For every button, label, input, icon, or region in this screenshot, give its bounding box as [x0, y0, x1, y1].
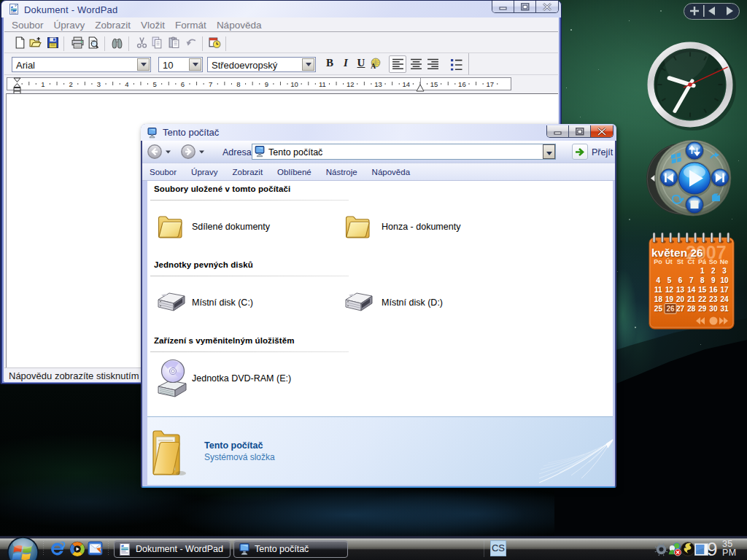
svg-text:27: 27 [676, 305, 685, 313]
svg-text:15: 15 [430, 80, 438, 88]
svg-text:11: 11 [319, 80, 326, 88]
svg-text:22: 22 [698, 295, 707, 303]
svg-text:So: So [709, 258, 718, 265]
svg-text:Pá: Pá [698, 258, 707, 265]
svg-text:6: 6 [181, 80, 185, 88]
svg-text:16: 16 [709, 286, 718, 294]
svg-text:15: 15 [698, 286, 707, 294]
svg-text:6: 6 [678, 276, 683, 284]
svg-text:Čt: Čt [688, 257, 695, 265]
svg-text:4: 4 [125, 80, 128, 88]
svg-text:9: 9 [711, 276, 716, 284]
svg-text:19: 19 [665, 295, 674, 303]
svg-text:10: 10 [290, 80, 298, 88]
svg-text:20: 20 [676, 295, 685, 303]
svg-text:9: 9 [265, 80, 268, 88]
svg-text:2: 2 [711, 267, 716, 275]
svg-text:1: 1 [41, 80, 44, 88]
svg-text:11: 11 [654, 286, 662, 294]
svg-text:1: 1 [700, 267, 705, 275]
svg-text:7: 7 [689, 276, 694, 284]
svg-text:A: A [371, 62, 376, 70]
svg-text:14: 14 [403, 80, 411, 88]
svg-text:14: 14 [687, 286, 696, 294]
svg-text:St: St [677, 258, 684, 265]
svg-text:Ne: Ne [720, 258, 729, 265]
svg-text:17: 17 [486, 80, 494, 88]
svg-text:10: 10 [720, 276, 729, 284]
svg-text:16: 16 [458, 80, 466, 88]
svg-text:12: 12 [665, 286, 674, 294]
svg-text:3: 3 [97, 80, 101, 88]
svg-text:26: 26 [666, 305, 675, 313]
svg-text:8: 8 [236, 80, 240, 88]
svg-text:28: 28 [687, 305, 696, 313]
svg-text:25: 25 [654, 305, 663, 313]
svg-text:30: 30 [709, 305, 718, 313]
svg-text:3: 3 [722, 267, 727, 275]
svg-text:květen 26: květen 26 [651, 246, 703, 259]
svg-text:13: 13 [676, 286, 685, 294]
svg-text:12: 12 [347, 80, 355, 88]
svg-text:18: 18 [654, 295, 663, 303]
svg-text:2: 2 [69, 80, 73, 88]
svg-text:7: 7 [209, 80, 212, 88]
svg-text:5: 5 [152, 80, 156, 88]
svg-text:21: 21 [687, 295, 696, 303]
svg-text:23: 23 [709, 295, 718, 303]
svg-text:Út: Út [665, 257, 673, 265]
svg-text:17: 17 [720, 286, 729, 294]
svg-text:29: 29 [698, 305, 707, 313]
svg-text:13: 13 [374, 80, 382, 88]
svg-text:5: 5 [667, 276, 672, 284]
svg-text:8: 8 [700, 276, 705, 284]
svg-text:Po: Po [654, 258, 662, 265]
svg-text:24: 24 [720, 295, 729, 303]
svg-text:31: 31 [720, 305, 729, 313]
svg-text:4: 4 [657, 276, 661, 284]
